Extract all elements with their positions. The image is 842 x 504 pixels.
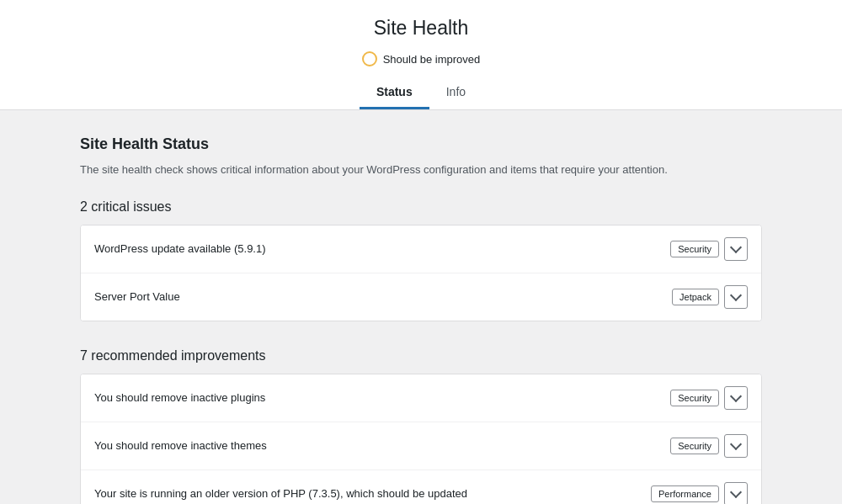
section-title: Site Health Status: [80, 135, 762, 153]
main-content: Site Health Status The site health check…: [63, 110, 779, 504]
critical-issues-list: WordPress update available (5.9.1) Secur…: [80, 225, 762, 321]
page-header: Site Health Should be improved Status In…: [0, 0, 842, 110]
critical-item-tag-1: Jetpack: [672, 289, 719, 305]
critical-item-expand-1[interactable]: [724, 285, 748, 309]
recommended-item-0: You should remove inactive plugins Secur…: [81, 374, 761, 422]
health-circle-icon: [362, 51, 377, 66]
health-status-label: Should be improved: [383, 53, 481, 66]
health-status-indicator: Should be improved: [362, 51, 481, 66]
tabs-nav: Status Info: [0, 78, 842, 109]
recommended-item-tag-0: Security: [670, 390, 719, 406]
recommended-item-label-2: Your site is running an older version of…: [94, 487, 651, 500]
recommended-item-label-0: You should remove inactive plugins: [94, 391, 670, 404]
recommended-list: You should remove inactive plugins Secur…: [80, 374, 762, 504]
recommended-heading: 7 recommended improvements: [80, 348, 762, 363]
tab-status[interactable]: Status: [360, 78, 429, 109]
chevron-down-icon: [730, 289, 742, 301]
chevron-down-icon: [730, 241, 742, 253]
section-description: The site health check shows critical inf…: [80, 162, 762, 179]
recommended-item-1: You should remove inactive themes Securi…: [81, 422, 761, 470]
critical-item-expand-0[interactable]: [724, 237, 748, 261]
recommended-item-2: Your site is running an older version of…: [81, 470, 761, 504]
critical-issues-heading: 2 critical issues: [80, 199, 762, 215]
critical-item-tag-0: Security: [670, 241, 719, 257]
recommended-item-tag-2: Performance: [651, 485, 719, 502]
chevron-down-icon: [730, 438, 742, 450]
recommended-item-right-0: Security: [670, 386, 748, 410]
recommended-item-right-2: Performance: [651, 482, 748, 504]
critical-item-right-1: Jetpack: [672, 285, 748, 309]
chevron-down-icon: [730, 390, 742, 402]
critical-item-0: WordPress update available (5.9.1) Secur…: [81, 225, 761, 273]
recommended-item-expand-1[interactable]: [724, 434, 748, 458]
recommended-item-tag-1: Security: [670, 438, 719, 454]
recommended-item-right-1: Security: [670, 434, 748, 458]
tab-info[interactable]: Info: [429, 78, 482, 109]
recommended-item-expand-2[interactable]: [724, 482, 748, 504]
critical-item-label-1: Server Port Value: [94, 290, 672, 303]
chevron-down-icon: [730, 486, 742, 498]
page-title: Site Health: [0, 17, 842, 40]
critical-item-right-0: Security: [670, 237, 748, 261]
recommended-item-label-1: You should remove inactive themes: [94, 439, 670, 452]
recommended-item-expand-0[interactable]: [724, 386, 748, 410]
critical-item-label-0: WordPress update available (5.9.1): [94, 242, 670, 255]
critical-item-1: Server Port Value Jetpack: [81, 273, 761, 321]
